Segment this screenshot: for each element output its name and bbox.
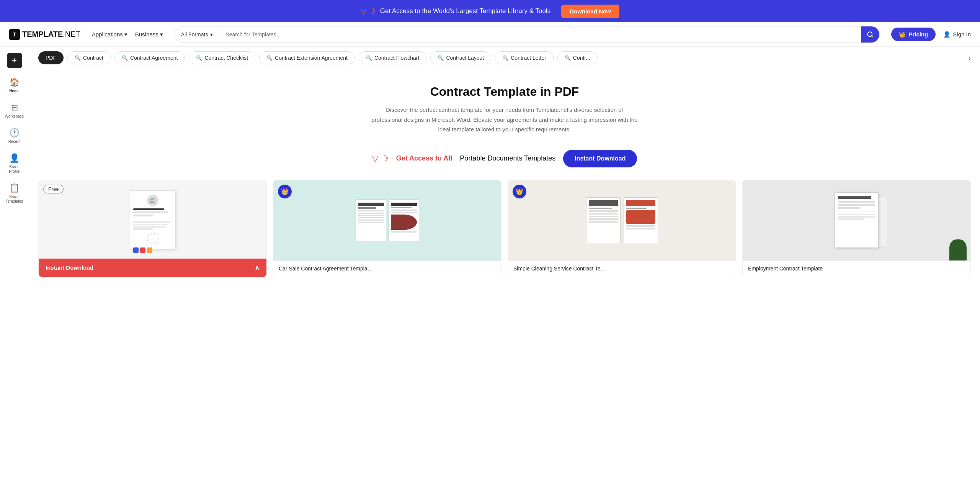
filter-tag-contract-layout[interactable]: 🔍 Contract Layout [430,51,491,64]
filter-tag-contract-flowchart[interactable]: 🔍 Contract Flowchart [359,51,426,64]
svg-point-0 [868,32,872,36]
user-icon: 👤 [943,31,951,38]
filter-search-icon-4: 🔍 [266,55,273,61]
filter-tag-contract[interactable]: 🔍 Contract [67,51,111,64]
pricing-button[interactable]: 👑 Pricing [891,28,936,41]
filter-tag-contract-extension[interactable]: 🔍 Contract Extension Agreement [259,51,355,64]
card-preview-employment: 👑 [743,180,970,260]
business-chevron-icon: ▾ [160,31,163,38]
free-badge: Free [43,185,64,193]
chevron-up-icon: ∧ [255,264,260,272]
filter-tag-contract-agreement[interactable]: 🔍 Contract Agreement [114,51,185,64]
instant-download-button[interactable]: Instant Download [563,150,637,167]
sidebar-item-brand-profile-label: BrandProfile [9,165,20,174]
applications-nav[interactable]: Applications ▾ [92,31,127,38]
add-button[interactable]: + [7,53,22,68]
card-info-cleaning: Simple Cleaning Service Contract Te... [508,260,736,277]
templates-grid: Free 🏢 [29,177,980,280]
download-now-button[interactable]: Download Now [561,5,619,18]
home-icon: 🏠 [9,77,20,87]
crown-icon: 👑 [899,31,905,38]
sidebar-item-recent[interactable]: 🕐 Recent [0,125,29,147]
banner-icons: ▽ ☽ [361,7,376,16]
sidebar-item-brand-templates-label: BrandTemplates [6,195,23,204]
cleaning-preview [508,180,736,260]
card-title-employment: Employment Contract Template [748,265,965,272]
main-layout: + 🏠 Home ⊟ Workspace 🕐 Recent 👤 BrandPro… [0,47,980,498]
sidebar-item-home-label: Home [9,89,20,93]
business-nav[interactable]: Business ▾ [135,31,163,38]
filter-tag-pdf[interactable]: PDF [38,51,64,64]
filter-search-icon-6: 🔍 [438,55,444,61]
filter-bar: PDF 🔍 Contract 🔍 Contract Agreement 🔍 Co… [29,47,980,69]
cta-text-black: Portable Documents Templates [460,154,555,162]
search-icon [867,31,874,38]
signin-link[interactable]: 👤 Sign In [943,31,971,38]
svg-line-1 [872,36,873,37]
card-info-car-sale: Car Sale Contract Agreement Templa... [273,260,501,277]
card-title-cleaning: Simple Cleaning Service Contract Te... [513,265,730,272]
filter-search-icon-8: 🔍 [565,55,571,61]
filter-tag-contract-more[interactable]: 🔍 Contr... [557,51,598,64]
sidebar: + 🏠 Home ⊟ Workspace 🕐 Recent 👤 BrandPro… [0,47,29,498]
clean-doc-1 [586,197,621,243]
card-preview-car-sale: 👑 [273,180,501,260]
sidebar-item-workspace-label: Workspace [5,114,24,119]
applications-chevron-icon: ▾ [124,31,127,38]
small-doc-1 [356,199,386,241]
brand-templates-icon: 📋 [9,183,20,193]
plant-icon [949,239,967,260]
hero-section: Contract Template in PDF Discover the pe… [29,69,980,144]
brand-profile-icon: 👤 [9,153,20,163]
recent-icon: 🕐 [9,128,20,138]
small-doc-2 [389,199,419,241]
logo-text: TEMPLATE.NET [22,30,80,39]
sidebar-item-recent-label: Recent [8,139,21,144]
navbar: T TEMPLATE.NET Applications ▾ Business ▾… [0,22,980,47]
card-preview-cleaning: 👑 [508,180,736,260]
workspace-icon: ⊟ [11,103,18,113]
cta-bar: ▽ ☽ Get Access to All Portable Documents… [29,144,980,177]
emp-doc [835,192,879,248]
sidebar-item-workspace[interactable]: ⊟ Workspace [0,100,29,122]
partnership-preview: 🏢 [130,180,176,260]
hero-description: Discover the perfect contract template f… [371,105,639,134]
filter-search-icon-2: 🔍 [122,55,128,61]
cta-text-orange: Get Access to All [396,154,452,162]
crown-badge-cleaning: 👑 [513,185,526,198]
hero-title: Contract Template in PDF [37,85,972,99]
logo-icon: T [9,29,20,40]
sidebar-item-brand-profile[interactable]: 👤 BrandProfile [0,150,29,177]
filter-search-icon-3: 🔍 [196,55,202,61]
format-chevron-icon: ▾ [210,31,213,38]
instant-download-bar[interactable]: Instant Download ∧ [39,259,266,277]
cta-icons: ▽ ☽ [372,154,389,164]
partner-doc: 🏢 [130,190,176,250]
sidebar-item-brand-templates[interactable]: 📋 BrandTemplates [0,180,29,207]
template-card-partnership[interactable]: Free 🏢 [38,180,267,277]
template-card-employment[interactable]: 👑 [742,180,971,277]
search-bar: All Formats ▾ [175,26,880,43]
filter-tag-contract-letter[interactable]: 🔍 Contract Letter [495,51,554,64]
main-content: PDF 🔍 Contract 🔍 Contract Agreement 🔍 Co… [29,47,980,498]
template-card-cleaning[interactable]: 👑 [508,180,736,277]
search-input[interactable] [219,26,861,43]
partner-logo: 🏢 [147,195,158,206]
card-title-car-sale: Car Sale Contract Agreement Templa... [279,265,496,272]
card-info-employment: Employment Contract Template [743,260,970,277]
sidebar-item-home[interactable]: 🏠 Home [0,74,29,97]
logo[interactable]: T TEMPLATE.NET [9,29,80,40]
filter-search-icon-5: 🔍 [366,55,372,61]
card-preview-partnership: Free 🏢 [39,180,266,260]
filter-next-button[interactable]: › [968,54,971,62]
template-card-car-sale[interactable]: 👑 [273,180,501,277]
filter-search-icon-7: 🔍 [502,55,508,61]
filter-search-icon: 🔍 [75,55,81,61]
banner-text: Get Access to the World's Largest Templa… [380,7,550,15]
employment-preview [743,180,970,260]
clean-doc-2 [624,197,658,243]
top-banner: ▽ ☽ Get Access to the World's Largest Te… [0,0,980,22]
filter-tag-contract-checklist[interactable]: 🔍 Contract Checklist [189,51,255,64]
format-select[interactable]: All Formats ▾ [175,26,220,43]
search-button[interactable] [861,26,879,43]
